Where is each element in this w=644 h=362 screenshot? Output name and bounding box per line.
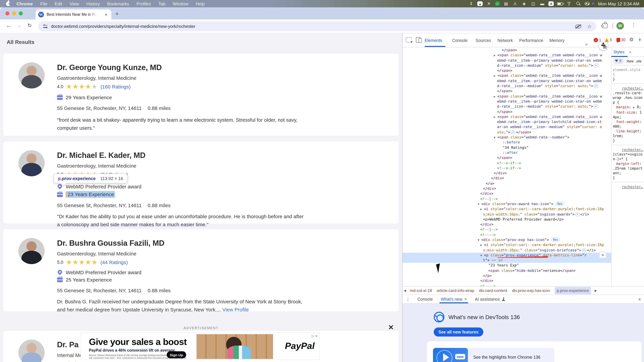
expand-dots-icon[interactable]: ⋯ xyxy=(511,130,515,134)
menubar-item[interactable]: Chrome xyxy=(16,1,33,6)
drawer-tab-console[interactable]: Console xyxy=(418,295,433,303)
code-line[interactable]: <span class="hide-mobile">erience</span> xyxy=(402,268,611,273)
doctor-photo[interactable] xyxy=(18,340,44,362)
code-line[interactable]: x;min-width:16px;" class="svgicon-awards… xyxy=(402,212,611,217)
tab-elements[interactable]: Elements xyxy=(425,34,442,47)
code-line[interactable]: </span> xyxy=(402,155,611,160)
menubar-clock[interactable]: Mon May 12 3:34 AM xyxy=(598,1,639,6)
flex-badge[interactable]: flex xyxy=(551,237,560,242)
style-rule-line[interactable]: .results-card-wrap .has-icon p { xyxy=(613,90,643,105)
hover-toggle[interactable]: :hov xyxy=(626,59,634,63)
menubar-item[interactable]: Tab xyxy=(158,1,166,6)
style-rule-line[interactable]: element.style { xyxy=(613,67,643,77)
code-line[interactable]: ▶<i style="color:var(--care-darker-purpl… xyxy=(402,243,611,248)
menubar-item[interactable]: Window xyxy=(173,1,188,6)
expand-dots-icon[interactable]: ⋯ xyxy=(575,212,580,216)
style-rule-line[interactable]: } xyxy=(613,175,643,180)
back-button[interactable] xyxy=(6,22,11,28)
styles-more-icon[interactable]: » xyxy=(629,50,631,54)
tab-console[interactable]: Console xyxy=(452,34,468,47)
menubar-item[interactable]: Edit xyxy=(55,1,62,6)
tab-performance[interactable]: Performance xyxy=(519,34,543,47)
code-line[interactable]: ▼<div class="prov-exp has-icon">flex xyxy=(402,237,611,243)
settings-gear-icon[interactable] xyxy=(629,36,634,42)
close-tab-icon[interactable] xyxy=(464,297,467,302)
code-line[interactable]: </span> xyxy=(402,48,611,53)
breadcrumb-item[interactable]: article.card-info-wrap xyxy=(437,288,474,293)
video-thumbnail[interactable]: new xyxy=(433,348,468,362)
code-line[interactable]: </a> xyxy=(402,181,611,186)
control-center-icon[interactable] xyxy=(584,1,590,6)
breadcrumb-item[interactable]: div.card-content xyxy=(479,288,507,293)
battery-icon[interactable] xyxy=(557,1,563,6)
drawer-menu-icon[interactable] xyxy=(406,297,410,302)
code-line[interactable]: <!----> xyxy=(402,283,611,286)
amphetamine-icon[interactable] xyxy=(539,1,545,6)
menubar-item[interactable]: File xyxy=(40,1,47,6)
code-line[interactable]: </div> xyxy=(402,222,611,227)
styles-rules[interactable]: element.style {}rochester….results-card-… xyxy=(612,65,644,191)
code-line[interactable]: "23 Years Exp" xyxy=(402,263,611,268)
doctor-photo[interactable] xyxy=(18,150,44,176)
code-line[interactable]: ebmd-rate__item--primary webmd-icon-star… xyxy=(402,58,611,63)
filter-input[interactable]: F xyxy=(613,58,624,64)
code-line[interactable]: ::after xyxy=(402,150,611,155)
close-window-button[interactable] xyxy=(5,11,10,15)
browser-tab[interactable]: W Best Internists Near Me in Ro xyxy=(36,9,111,19)
code-line[interactable]: x;min-width:16px;" class="svgicon-briefc… xyxy=(402,248,611,253)
style-rule-line[interactable]: } xyxy=(613,77,643,81)
doctor-name[interactable]: Dr. Michael E. Kader, MD xyxy=(57,151,146,160)
expand-dots-icon[interactable]: ⋯ xyxy=(594,64,598,67)
openai-icon[interactable] xyxy=(486,1,492,6)
code-line[interactable]: </span> xyxy=(402,109,611,114)
code-line[interactable]: ::before xyxy=(402,140,611,145)
address-bar[interactable]: doctor.webmd.com/providers/specialty/int… xyxy=(38,21,596,31)
chrome-menu-icon[interactable] xyxy=(631,22,636,27)
doctor-card[interactable]: Dr. George Young Kunze, MD Gastroenterol… xyxy=(3,54,398,136)
tab-close-icon[interactable] xyxy=(103,12,109,17)
code-line[interactable]: <p>WebMD Preferred Provider award</p> xyxy=(402,217,611,222)
spotlight-icon[interactable] xyxy=(575,1,581,6)
input-source-icon[interactable] xyxy=(548,1,554,6)
style-rule-line[interactable]: font-size: 14px; xyxy=(613,110,643,119)
code-line[interactable]: ebmd-rate__item--primary webmd-icon-star… xyxy=(402,78,611,84)
tab-styles[interactable]: Styles xyxy=(614,50,624,54)
ad-choices-icon[interactable] xyxy=(312,334,317,338)
doctor-card[interactable]: Dr. Michael E. Kader, MD Gastroenterolog… xyxy=(3,141,398,224)
code-line[interactable]: ▶<span class="webmd-rate__item webmd-rat… xyxy=(402,53,611,58)
code-line[interactable]: uto;">⋯</span> xyxy=(402,130,611,135)
expand-dots-icon[interactable]: ⋯ xyxy=(594,84,598,88)
tab-sources[interactable]: Sources xyxy=(476,34,491,47)
device-toolbar-icon[interactable] xyxy=(416,37,420,42)
code-line[interactable]: ▼<div class="prov-award has-icon">flex xyxy=(402,201,611,207)
doctor-name[interactable]: Dr. George Young Kunze, MD xyxy=(57,63,162,72)
extensions-icon[interactable] xyxy=(602,23,608,28)
minimize-window-button[interactable] xyxy=(12,11,16,15)
code-line[interactable]: </div> xyxy=(402,171,611,176)
doctor-photo[interactable] xyxy=(18,62,44,88)
ratings-link[interactable]: (44 Ratings) xyxy=(100,259,128,265)
code-line[interactable]: d-rate__icon--medium" style="cursor: aut… xyxy=(402,83,611,89)
wifi-icon[interactable] xyxy=(566,1,572,6)
code-line[interactable]: "34 Ratings" xyxy=(402,145,611,150)
code-line[interactable]: ebmd-rate__item--primary lastchild webmd… xyxy=(402,119,611,124)
style-rule-line[interactable]: } xyxy=(613,138,643,143)
menubar-item[interactable]: Bookmarks xyxy=(107,1,129,6)
maximize-window-button[interactable] xyxy=(19,11,23,15)
style-rule-line[interactable]: [class*=svgicon-]+* { xyxy=(613,152,643,161)
code-line[interactable]: ar-on webmd-rate__icon--medium" style="c… xyxy=(402,124,611,130)
code-line[interactable]: d-rate__icon--medium" style="cursor: aut… xyxy=(402,104,611,109)
see-all-features-button[interactable]: See all new features xyxy=(434,328,483,337)
devtools-close-icon[interactable] xyxy=(639,37,641,42)
style-rule-line[interactable]: margin-left: .25rem !important; xyxy=(613,161,643,175)
style-rule-line[interactable]: rochester… xyxy=(613,86,643,90)
display-alert-icon[interactable] xyxy=(512,1,518,6)
code-line[interactable]: <!--v-if--> xyxy=(402,166,611,171)
whats-new-card[interactable]: new See the highlights from Chrome 136 xyxy=(427,341,642,362)
ratings-link[interactable]: (160 Ratings) xyxy=(100,84,131,89)
site-settings-icon[interactable] xyxy=(43,24,48,28)
ad-close-button[interactable] xyxy=(388,322,394,333)
reload-button[interactable] xyxy=(28,22,32,28)
screen-split-icon[interactable] xyxy=(530,1,536,6)
triangle-app-icon[interactable] xyxy=(477,1,483,6)
